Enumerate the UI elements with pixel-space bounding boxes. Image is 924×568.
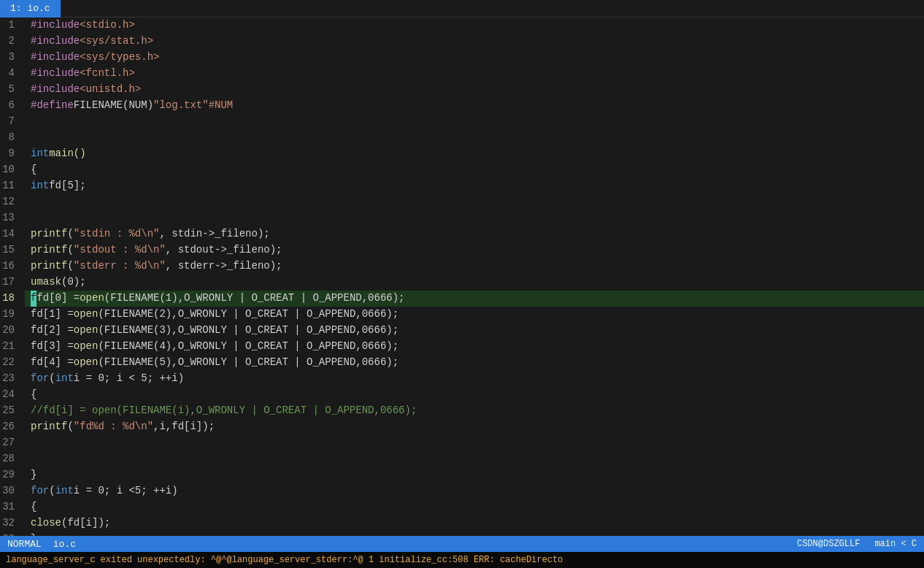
code-token: (0); — [61, 275, 86, 291]
status-bar: NORMAL io.c CSDN@DSZGLLF main < C — [0, 536, 924, 552]
code-token: ( — [67, 419, 73, 435]
code-token: main() — [49, 146, 85, 162]
code-line — [25, 210, 924, 226]
code-token: <unistd.h> — [80, 82, 141, 98]
code-token: open — [74, 323, 99, 339]
code-line: for(int i = 0; i <5; ++i) — [25, 483, 924, 499]
code-token: int — [31, 146, 49, 162]
line-number: 4 — [0, 66, 19, 82]
line-numbers: 1234567891011121314151617181920212223242… — [0, 18, 25, 536]
code-token: for — [31, 371, 49, 387]
code-token: (FILENAME(2),O_WRONLY | O_CREAT | O_APPE… — [98, 307, 399, 323]
code-token: { — [31, 162, 36, 178]
code-line: { — [25, 162, 924, 178]
code-line: #include<sys/types.h> — [25, 50, 924, 66]
line-number: 23 — [0, 371, 19, 387]
line-number: 26 — [0, 419, 19, 435]
code-line — [25, 194, 924, 210]
code-line: int main() — [25, 146, 924, 162]
code-line: printf("fd%d : %d\n",i,fd[i]); — [25, 419, 924, 435]
line-number: 31 — [0, 499, 19, 515]
code-token: (FILENAME(1),O_WRONLY | O_CREAT | O_APPE… — [104, 291, 405, 307]
code-token: "fd%d : %d\n" — [74, 419, 153, 435]
code-line: } — [25, 467, 924, 483]
code-line: fd[1] = open(FILENAME(2),O_WRONLY | O_CR… — [25, 307, 924, 323]
line-number: 24 — [0, 387, 19, 403]
code-line: printf("stdout : %d\n", stdout->_fileno)… — [25, 242, 924, 258]
line-number: 1 — [0, 18, 19, 34]
code-token: "stdout : %d\n" — [74, 242, 166, 258]
tab-io-c[interactable]: 1: io.c — [0, 0, 61, 18]
code-token: ,i,fd[i]); — [153, 419, 215, 435]
code-token: ( — [67, 258, 73, 275]
code-token: open — [80, 291, 104, 307]
line-number: 16 — [0, 258, 19, 275]
line-number: 32 — [0, 515, 19, 531]
right-info: main < C — [874, 539, 917, 549]
code-token: fd[5]; — [49, 178, 85, 194]
code-token: #define — [31, 98, 74, 114]
line-number: 17 — [0, 275, 19, 291]
code-token: i = 0; i <5; ++i) — [74, 483, 178, 499]
line-number: 19 — [0, 307, 19, 323]
code-content[interactable]: #include<stdio.h>#include<sys/stat.h>#in… — [25, 18, 924, 536]
vim-mode: NORMAL — [7, 539, 42, 550]
code-line: ffd[0] = open(FILENAME(1),O_WRONLY | O_C… — [25, 291, 924, 307]
code-token: (FILENAME(5),O_WRONLY | O_CREAT | O_APPE… — [98, 355, 399, 371]
line-number: 28 — [0, 451, 19, 467]
code-token: #include — [31, 82, 80, 98]
code-token: <fcntl.h> — [80, 66, 135, 82]
code-token: <sys/stat.h> — [80, 34, 153, 50]
code-token: open — [74, 355, 99, 371]
code-line: fd[2] = open(FILENAME(3),O_WRONLY | O_CR… — [25, 323, 924, 339]
line-number: 3 — [0, 50, 19, 66]
bottom-message: language_server_c exited unexpectedly: ^… — [6, 555, 563, 565]
status-right: CSDN@DSZGLLF main < C — [797, 539, 917, 549]
code-line: { — [25, 499, 924, 515]
code-token: close — [31, 515, 61, 531]
line-number: 14 — [0, 226, 19, 242]
code-token: open — [74, 339, 99, 355]
code-token: umask — [31, 275, 61, 291]
code-token: { — [31, 387, 36, 403]
code-token: int — [31, 178, 49, 194]
code-line: #include<fcntl.h> — [25, 66, 924, 82]
line-number: 21 — [0, 339, 19, 355]
code-token: fd[4] = — [31, 355, 74, 371]
code-line — [25, 114, 924, 130]
code-token: , stderr->_fileno); — [166, 258, 282, 275]
code-token: (fd[i]); — [61, 515, 110, 531]
code-line: #include<unistd.h> — [25, 82, 924, 98]
code-token: #include — [31, 18, 80, 34]
line-number: 7 — [0, 114, 19, 130]
code-token: fd[3] = — [31, 339, 74, 355]
line-number: 29 — [0, 467, 19, 483]
line-number: 25 — [0, 403, 19, 419]
code-token: "stdin : %d\n" — [74, 226, 160, 242]
code-token: , stdin->_fileno); — [159, 226, 269, 242]
code-token: FILENAME(NUM) — [74, 98, 153, 114]
code-token: (FILENAME(3),O_WRONLY | O_CREAT | O_APPE… — [98, 323, 399, 339]
line-number: 5 — [0, 82, 19, 98]
code-token: #include — [31, 34, 80, 50]
line-number: 8 — [0, 130, 19, 146]
editor-area: 1234567891011121314151617181920212223242… — [0, 18, 924, 536]
code-token: printf — [31, 226, 67, 242]
code-line: fd[3] = open(FILENAME(4),O_WRONLY | O_CR… — [25, 339, 924, 355]
code-line: fd[4] = open(FILENAME(5),O_WRONLY | O_CR… — [25, 355, 924, 371]
line-number: 13 — [0, 210, 19, 226]
code-token: fd[1] = — [31, 307, 74, 323]
code-token: printf — [31, 258, 67, 275]
code-line: printf("stderr : %d\n", stderr->_fileno)… — [25, 258, 924, 275]
code-token: printf — [31, 242, 67, 258]
line-number: 11 — [0, 178, 19, 194]
tab-bar: 1: io.c — [0, 0, 924, 18]
code-line — [25, 435, 924, 451]
line-number: 20 — [0, 323, 19, 339]
code-token: fd[0] = — [36, 291, 80, 307]
code-line: close(fd[i]); — [25, 515, 924, 531]
line-number: 27 — [0, 435, 19, 451]
code-token: (FILENAME(4),O_WRONLY | O_CREAT | O_APPE… — [98, 339, 399, 355]
code-line — [25, 451, 924, 467]
status-filename: io.c — [53, 539, 76, 550]
